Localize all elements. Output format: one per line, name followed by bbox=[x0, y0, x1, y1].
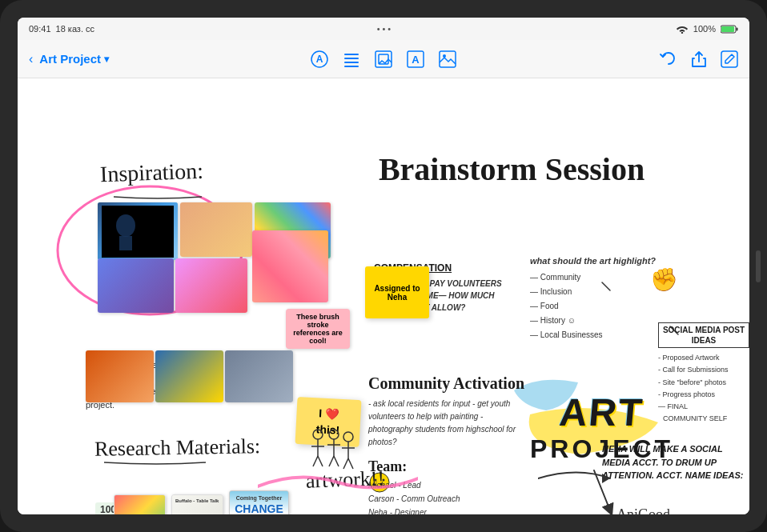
photo-4 bbox=[98, 258, 174, 313]
photo-icon[interactable] bbox=[439, 50, 456, 68]
svg-rect-21 bbox=[102, 206, 174, 258]
art-highlight-section: what should the art highlight? — Communi… bbox=[530, 256, 656, 342]
community-section: Community Activation - ask local residen… bbox=[368, 374, 528, 449]
svg-rect-16 bbox=[721, 51, 737, 67]
svg-point-24 bbox=[313, 430, 323, 439]
status-bar: 09:41 18 каз. сс ••• 100% bbox=[18, 18, 749, 40]
svg-text:A: A bbox=[412, 54, 420, 66]
photo-7 bbox=[86, 350, 154, 402]
photo-9 bbox=[225, 350, 293, 402]
photo-8 bbox=[155, 350, 223, 402]
svg-rect-2 bbox=[736, 27, 737, 30]
svg-line-28 bbox=[318, 456, 323, 466]
svg-point-22 bbox=[116, 214, 135, 237]
svg-line-27 bbox=[313, 456, 318, 466]
brush-strokes-note: These brush stroke references are cool! bbox=[286, 309, 350, 349]
battery: 100% bbox=[693, 24, 716, 34]
svg-line-33 bbox=[334, 456, 339, 466]
svg-point-29 bbox=[329, 430, 339, 439]
text-icon[interactable]: A bbox=[407, 50, 424, 68]
thumbnail-2: Buffalo - Table Talk bbox=[171, 494, 223, 514]
svg-text:A: A bbox=[316, 54, 323, 65]
toolbar: ‹ Art Project ▾ A bbox=[18, 40, 749, 78]
svg-rect-7 bbox=[344, 58, 359, 59]
neha-note: NEHA WILL MAKE A SOCIAL MEDIA ACCT. TO D… bbox=[602, 442, 746, 482]
svg-point-34 bbox=[343, 432, 353, 442]
side-button[interactable] bbox=[756, 250, 761, 282]
power-fist-icon: ✊ bbox=[650, 266, 678, 293]
svg-line-32 bbox=[329, 456, 334, 466]
back-button[interactable]: ‹ bbox=[29, 52, 33, 66]
share-icon[interactable] bbox=[690, 50, 708, 68]
social-media-section: SOCIAL MEDIA POST IDEAS - Proposed Artwo… bbox=[658, 322, 749, 426]
document-title[interactable]: Art Project bbox=[39, 52, 101, 66]
note-assigned-neha: Assigned to Neha bbox=[365, 266, 429, 318]
thumbnail-1 bbox=[114, 494, 166, 514]
chevron-icon[interactable]: ▾ bbox=[104, 54, 109, 65]
date: 18 каз. сс bbox=[56, 24, 95, 34]
battery-icon bbox=[721, 25, 738, 34]
bottom-artwork-text: artwork!! bbox=[306, 466, 385, 493]
svg-rect-3 bbox=[721, 26, 734, 32]
svg-rect-6 bbox=[344, 54, 359, 55]
time: 09:41 bbox=[29, 24, 51, 34]
markup-icon[interactable]: A bbox=[311, 50, 328, 68]
svg-rect-23 bbox=[119, 236, 132, 250]
photo-2 bbox=[180, 202, 252, 257]
list-icon[interactable] bbox=[343, 50, 360, 68]
dots-icon: ••• bbox=[377, 24, 394, 34]
canvas-area[interactable]: Inspiration: Brainstorm Session bbox=[18, 78, 749, 514]
change-thumbnail: Coming Together CHANGE Coming together f… bbox=[229, 490, 289, 514]
edit-icon[interactable] bbox=[721, 50, 738, 68]
svg-point-0 bbox=[681, 32, 683, 34]
inspiration-label: Inspiration: bbox=[99, 158, 203, 187]
research-label: Research Materials: bbox=[94, 434, 261, 462]
wifi-icon bbox=[676, 24, 689, 34]
layers-icon[interactable] bbox=[375, 50, 392, 68]
svg-rect-8 bbox=[344, 62, 359, 63]
undo-icon[interactable] bbox=[660, 50, 677, 68]
brainstorm-title: Brainstorm Session bbox=[338, 150, 685, 188]
svg-rect-9 bbox=[344, 66, 359, 67]
photo-6 bbox=[252, 230, 328, 302]
signature: —AniGood bbox=[602, 506, 670, 514]
coming-together-text: Coming Together bbox=[232, 495, 286, 501]
photo-1 bbox=[98, 202, 178, 260]
photo-5 bbox=[175, 258, 247, 313]
change-label: CHANGE bbox=[232, 502, 286, 514]
